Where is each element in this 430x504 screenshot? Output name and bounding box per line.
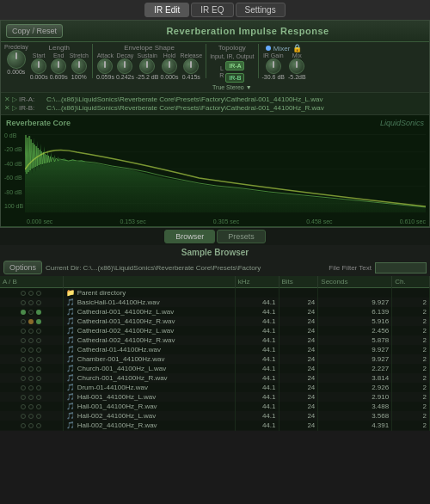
- dot-b: [28, 404, 34, 409]
- tab-presets[interactable]: Presets: [217, 230, 266, 243]
- tab-settings[interactable]: Settings: [236, 3, 286, 17]
- waveform-svg: [25, 131, 426, 212]
- dot-a: [21, 357, 26, 362]
- table-row[interactable]: 🎵Church-001_44100Hz_L.wav44.1242.2272: [0, 364, 430, 373]
- copy-reset-button[interactable]: Copy / Reset: [6, 24, 63, 38]
- ir-gain-knob-group: IR Gain -30.6 dB: [262, 52, 285, 80]
- predelay-knob-group: Predelay 0.000s: [4, 44, 28, 75]
- db-label-60: -60 dB: [4, 175, 23, 181]
- tab-ir-edit[interactable]: IR Edit: [144, 3, 189, 17]
- ab-cell: [0, 326, 63, 335]
- start-knob[interactable]: [31, 58, 46, 74]
- topology-label: Topology: [218, 44, 246, 52]
- table-row[interactable]: 🎵Hall-001_44100Hz_L.wav44.1242.9102: [0, 392, 430, 402]
- dot-status: [36, 385, 41, 390]
- file-name-cell: 🎵BasicHall-01-44100Hz.wav: [63, 298, 235, 307]
- file-name-cell: 🎵Hall-003_44100Hz_L.wav: [63, 430, 235, 431]
- release-knob[interactable]: [183, 58, 199, 74]
- file-ch: 2: [392, 383, 430, 392]
- file-name-cell: 🎵Cathedral-001_44100Hz_R.wav: [63, 317, 235, 326]
- file-table-scroll[interactable]: A / B kHz Bits Seconds Ch. 📁Parent direc…: [0, 276, 430, 431]
- ir-a-badge[interactable]: IR-A: [225, 61, 244, 71]
- file-bits: 24: [279, 411, 318, 421]
- table-row[interactable]: 🎵Hall-002_44100Hz_R.wav44.1244.3912: [0, 421, 430, 430]
- ab-cell: [0, 392, 63, 402]
- table-row[interactable]: 🎵Hall-002_44100Hz_L.wav44.1243.5682: [0, 411, 430, 421]
- table-row[interactable]: 📁Parent directory: [0, 288, 430, 298]
- ir-gain-label: IR Gain: [263, 52, 284, 58]
- table-row[interactable]: 🎵Church-001_44100Hz_R.wav44.1243.8142: [0, 373, 430, 383]
- dot-b: [28, 319, 34, 324]
- file-khz: 44.1: [235, 411, 279, 421]
- col-header-seconds: Seconds: [318, 276, 392, 288]
- file-name-cell: 🎵Church-001_44100Hz_R.wav: [63, 373, 235, 383]
- file-icon: 🎵: [66, 336, 75, 344]
- file-bits: 24: [279, 430, 318, 431]
- decay-knob[interactable]: [117, 58, 132, 74]
- end-knob[interactable]: [51, 58, 66, 74]
- mix-value: -5.2dB: [288, 74, 306, 80]
- dot-b: [28, 376, 34, 381]
- file-name-cell: 🎵Cathedral-002_44100Hz_L.wav: [63, 326, 235, 335]
- hold-knob[interactable]: [162, 58, 177, 74]
- ir-gain-knob[interactable]: [266, 58, 281, 74]
- tab-ir-eq[interactable]: IR EQ: [191, 3, 233, 17]
- file-khz: 44.1: [235, 307, 279, 317]
- table-row[interactable]: 🎵Drum-01-44100Hz.wav44.1242.9262: [0, 383, 430, 392]
- attack-knob[interactable]: [97, 58, 113, 74]
- table-row[interactable]: 🎵BasicHall-01-44100Hz.wav44.1249.9272: [0, 298, 430, 307]
- file-seconds: 4.201: [318, 430, 392, 431]
- file-bits: 24: [279, 326, 318, 335]
- file-seconds: 2.456: [318, 326, 392, 335]
- file-khz: 44.1: [235, 373, 279, 383]
- table-row[interactable]: 🎵Hall-001_44100Hz_R.wav44.1243.4882: [0, 402, 430, 411]
- triangle-icon-a: ▷: [12, 95, 17, 103]
- table-row[interactable]: 🎵Cathedral-01-44100Hz.wav44.1249.9272: [0, 345, 430, 354]
- file-khz: 44.1: [235, 317, 279, 326]
- options-button[interactable]: Options: [3, 261, 42, 274]
- file-name-text: Cathedral-01-44100Hz.wav: [77, 346, 161, 353]
- file-bits: 24: [279, 364, 318, 373]
- current-dir-label: Current Dir: C:\...(x86)\LiquidSonics\Re…: [46, 264, 325, 272]
- separator-3: [258, 44, 259, 78]
- tab-browser[interactable]: Browser: [164, 230, 215, 243]
- db-label-40: -40 dB: [4, 161, 23, 167]
- stretch-knob-group: Stretch 100%: [70, 52, 89, 80]
- file-khz: 44.1: [235, 326, 279, 335]
- ir-a-label: IR-A:: [19, 95, 45, 103]
- stereo-mode-dropdown[interactable]: True Stereo ▼: [212, 84, 252, 90]
- ir-b-label: IR-B:: [19, 104, 45, 112]
- filter-input[interactable]: [375, 262, 427, 274]
- file-ch: 2: [392, 354, 430, 364]
- table-row[interactable]: 🎵Cathedral-001_44100Hz_R.wav44.1245.9162: [0, 317, 430, 326]
- dot-a: [21, 423, 26, 428]
- dot-status: [36, 319, 41, 324]
- file-seconds: 2.910: [318, 392, 392, 402]
- decay-label: Decay: [117, 52, 134, 58]
- file-seconds: [318, 288, 392, 298]
- file-icon: 🎵: [66, 317, 75, 325]
- file-icon: 📁: [66, 289, 75, 297]
- file-seconds: 3.488: [318, 402, 392, 411]
- table-row[interactable]: 🎵Cathedral-002_44100Hz_L.wav44.1242.4562: [0, 326, 430, 335]
- table-row[interactable]: 🎵Cathedral-002_44100Hz_R.wav44.1245.8782: [0, 335, 430, 345]
- mix-knob-group: Mix -5.2dB: [288, 52, 306, 80]
- file-name-cell: 📁Parent directory: [63, 288, 235, 298]
- dot-status: [36, 423, 41, 428]
- ab-cell: [0, 335, 63, 345]
- file-name-cell: 🎵Hall-002_44100Hz_L.wav: [63, 411, 235, 421]
- file-khz: 44.1: [235, 364, 279, 373]
- dot-b: [28, 329, 34, 334]
- table-row[interactable]: 🎵Cathedral-001_44100Hz_L.wav44.1246.1392: [0, 307, 430, 317]
- dot-b: [28, 357, 34, 362]
- table-row[interactable]: 🎵Hall-003_44100Hz_L.wav44.1244.2012: [0, 430, 430, 431]
- mix-knob[interactable]: [289, 58, 304, 74]
- col-header-ch: Ch.: [392, 276, 430, 288]
- ir-b-badge[interactable]: IR-B: [225, 73, 244, 83]
- dot-a: [21, 376, 26, 381]
- predelay-knob[interactable]: [7, 50, 26, 69]
- table-row[interactable]: 🎵Chamber-001_44100Hz.wav44.1249.9272: [0, 354, 430, 364]
- dot-a: [21, 395, 26, 400]
- stretch-knob[interactable]: [71, 58, 87, 74]
- sustain-knob[interactable]: [139, 58, 155, 74]
